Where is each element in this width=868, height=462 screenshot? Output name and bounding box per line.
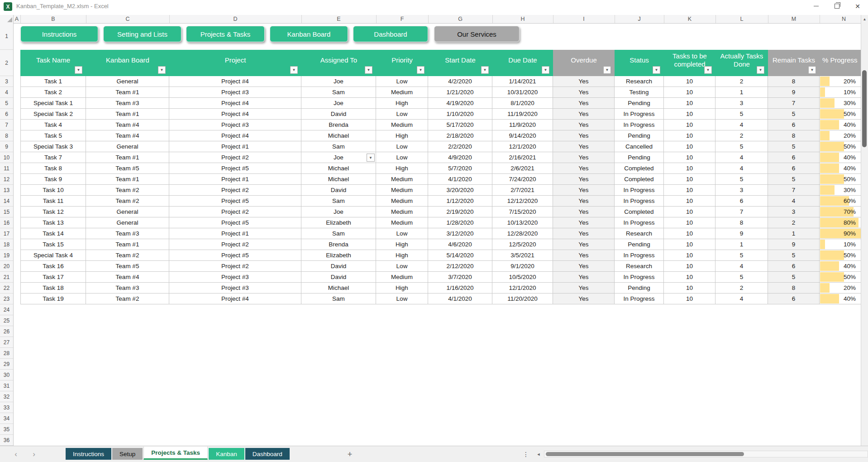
cell-remain-tasks[interactable]: 5 [768, 272, 820, 283]
cell-overdue[interactable]: Yes [553, 152, 615, 163]
cell-due-date[interactable]: 12/5/2020 [492, 239, 553, 250]
column-header-C[interactable]: C [86, 15, 170, 23]
cell-due-date[interactable]: 10/5/2020 [492, 272, 553, 283]
cell-status[interactable]: In Progress [615, 185, 664, 196]
cell-task-name[interactable]: Task 1 [20, 76, 86, 87]
cell-tasks-to-be-completed[interactable]: 10 [664, 87, 715, 98]
filter-dropdown-button[interactable]: ▼ [158, 66, 166, 74]
cell-priority[interactable]: Medium [376, 185, 428, 196]
cell-assigned-to[interactable]: Michael [301, 283, 376, 294]
column-header-J[interactable]: J [615, 15, 664, 23]
cell-status[interactable]: In Progress [615, 120, 664, 130]
table-header-overdue[interactable]: Overdue▼ [553, 50, 615, 76]
cell-priority[interactable]: High [376, 239, 428, 250]
cell-task-name[interactable]: Task 4 [20, 120, 86, 130]
button-projects-tasks[interactable]: Projects & Tasks [186, 26, 265, 42]
table-header-project[interactable]: Project▼ [169, 50, 301, 76]
cell-task-name[interactable]: Task 8 [20, 163, 86, 174]
restore-button[interactable] [826, 0, 847, 12]
row-header-11[interactable]: 11 [0, 163, 13, 174]
cell-actually-tasks-done[interactable]: 3 [715, 185, 768, 196]
cell-status[interactable]: In Progress [615, 109, 664, 120]
cell-actually-tasks-done[interactable]: 2 [715, 76, 768, 87]
cell-due-date[interactable]: 11/19/2020 [492, 109, 553, 120]
add-sheet-button[interactable]: + [343, 446, 357, 462]
button-kanban-board[interactable]: Kanban Board [270, 26, 348, 42]
cell-task-name[interactable]: Task 18 [20, 283, 86, 294]
cell-project[interactable]: Project #3 [169, 120, 301, 130]
cell-priority[interactable]: Low [376, 228, 428, 239]
cell-overdue[interactable]: Yes [553, 163, 615, 174]
cell-start-date[interactable]: 4/1/2020 [428, 174, 492, 185]
row-header-28[interactable]: 28 [0, 348, 13, 359]
cell-tasks-to-be-completed[interactable]: 10 [664, 283, 715, 294]
cell-project[interactable]: Project #1 [169, 141, 301, 152]
cell-tasks-to-be-completed[interactable]: 10 [664, 294, 715, 304]
cell-kanban-board[interactable]: Team #2 [86, 294, 169, 304]
horizontal-scrollbar-thumb[interactable] [546, 452, 744, 456]
cell-actually-tasks-done[interactable]: 4 [715, 152, 768, 163]
cell-priority[interactable]: Medium [376, 196, 428, 207]
cell-priority[interactable]: Medium [376, 272, 428, 283]
cell-remain-tasks[interactable]: 5 [768, 141, 820, 152]
cell-kanban-board[interactable]: Team #5 [86, 163, 169, 174]
button-our-services[interactable]: Our Services [434, 26, 520, 42]
cell-tasks-to-be-completed[interactable]: 10 [664, 163, 715, 174]
row-header-24[interactable]: 24 [0, 304, 13, 315]
cell-assigned-to[interactable]: Sam [301, 228, 376, 239]
row-header-2[interactable]: 2 [0, 50, 13, 76]
cell-status[interactable]: Research [615, 76, 664, 87]
cell-kanban-board[interactable]: Team #4 [86, 272, 169, 283]
cell-status[interactable]: Pending [615, 98, 664, 109]
close-button[interactable]: ✕ [847, 0, 868, 12]
cell-overdue[interactable]: Yes [553, 261, 615, 272]
cell-due-date[interactable]: 12/12/2020 [492, 196, 553, 207]
cell-due-date[interactable]: 12/1/2020 [492, 283, 553, 294]
cell-remain-tasks[interactable]: 6 [768, 163, 820, 174]
cell-priority[interactable]: Medium [376, 217, 428, 228]
cell-tasks-to-be-completed[interactable]: 10 [664, 272, 715, 283]
cell-overdue[interactable]: Yes [553, 250, 615, 261]
column-header-B[interactable]: B [20, 15, 86, 23]
cell-project[interactable]: Project #5 [169, 196, 301, 207]
cell-task-name[interactable]: Task 14 [20, 228, 86, 239]
cell-status[interactable]: Pending [615, 283, 664, 294]
cell-tasks-to-be-completed[interactable]: 10 [664, 174, 715, 185]
cell-actually-tasks-done[interactable]: 9 [715, 228, 768, 239]
cell-kanban-board[interactable]: Team #1 [86, 109, 169, 120]
cell-kanban-board[interactable]: General [86, 207, 169, 217]
cell-kanban-board[interactable]: General [86, 76, 169, 87]
cell-remain-tasks[interactable]: 8 [768, 283, 820, 294]
cell-task-name[interactable]: Task 9 [20, 174, 86, 185]
cell-task-name[interactable]: Task 7 [20, 152, 86, 163]
vertical-scrollbar-thumb[interactable] [862, 70, 867, 147]
cell-status[interactable]: Pending [615, 152, 664, 163]
cell-tasks-to-be-completed[interactable]: 10 [664, 228, 715, 239]
cell-priority[interactable]: High [376, 250, 428, 261]
row-header-1[interactable]: 1 [0, 23, 13, 50]
column-header-F[interactable]: F [376, 15, 429, 23]
row-header-34[interactable]: 34 [0, 413, 13, 424]
filter-dropdown-button[interactable]: ▼ [417, 66, 424, 74]
cell-start-date[interactable]: 2/12/2020 [428, 261, 492, 272]
cell-start-date[interactable]: 1/21/2020 [428, 87, 492, 98]
cell-status[interactable]: Research [615, 228, 664, 239]
cell-project[interactable]: Project #4 [169, 76, 301, 87]
cell-status[interactable]: In Progress [615, 196, 664, 207]
cell-kanban-board[interactable]: General [86, 217, 169, 228]
row-header-14[interactable]: 14 [0, 196, 13, 207]
cell-actually-tasks-done[interactable]: 6 [715, 196, 768, 207]
cell-due-date[interactable]: 11/20/2020 [492, 294, 553, 304]
row-header-19[interactable]: 19 [0, 250, 13, 261]
filter-dropdown-button[interactable]: ▼ [808, 66, 816, 74]
cell-status[interactable]: Completed [615, 163, 664, 174]
column-header-I[interactable]: I [553, 15, 615, 23]
cell-assigned-to[interactable]: David [301, 261, 376, 272]
cell-priority[interactable]: Medium [376, 174, 428, 185]
cell-remain-tasks[interactable]: 7 [768, 98, 820, 109]
cell-assigned-to[interactable]: Brenda [301, 239, 376, 250]
cell-tasks-to-be-completed[interactable]: 10 [664, 250, 715, 261]
cell-remain-tasks[interactable]: 9 [768, 87, 820, 98]
cell-actually-tasks-done[interactable]: 4 [715, 261, 768, 272]
button-dashboard[interactable]: Dashboard [353, 26, 428, 42]
